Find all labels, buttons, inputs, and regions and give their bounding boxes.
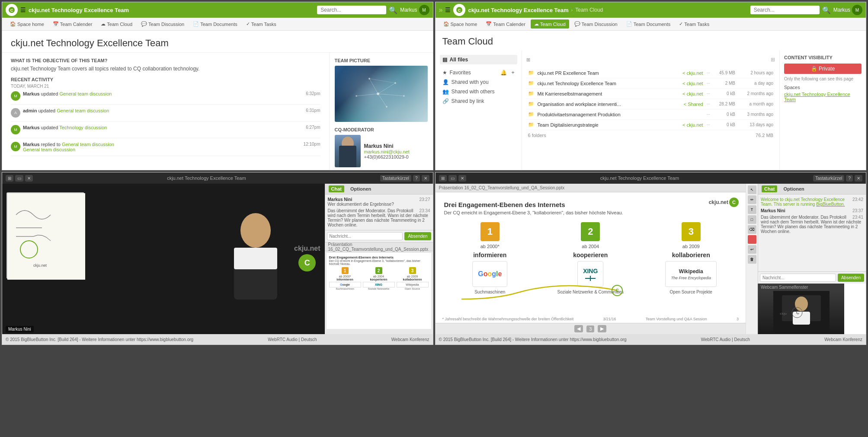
- file-dots-1[interactable]: ···: [707, 70, 710, 75]
- control-btn-3[interactable]: ✕: [25, 175, 33, 182]
- search-icon-q2[interactable]: 🔍: [822, 6, 831, 14]
- chat-tab-q3[interactable]: Chat: [329, 185, 344, 192]
- bbb-link[interactable]: BigBlueButton.: [816, 202, 845, 207]
- tool-shape[interactable]: □: [748, 215, 756, 224]
- chat-messages-q4: 23:42 Welcome to ckju.net Technology Exc…: [758, 195, 866, 271]
- tool-undo[interactable]: ↩: [748, 245, 756, 254]
- options-tab-q3[interactable]: Optionen: [348, 185, 374, 192]
- file-dots-3[interactable]: ···: [707, 91, 710, 96]
- activity-time-3: 6:27pm: [306, 125, 320, 130]
- nav-team-cloud-q1[interactable]: ☁ Team Cloud: [97, 19, 136, 29]
- plus-icon[interactable]: +: [511, 70, 514, 76]
- control-btn-2-q4[interactable]: ▭: [448, 175, 457, 182]
- sidebar-all-files[interactable]: ▤ All files: [440, 55, 517, 64]
- engagement-year-2: ab 2004: [582, 244, 599, 249]
- engagement-year-3: ab 2009: [682, 244, 700, 249]
- pres-next-btn[interactable]: ▶: [598, 325, 606, 332]
- q3-footer-right: WebRTC Audio | Deutsch: [268, 337, 317, 342]
- activity-link-1[interactable]: General team discussion: [59, 91, 112, 96]
- nav-team-cloud-q2[interactable]: ☁ Team Cloud: [531, 19, 569, 29]
- chat-tab-q4[interactable]: Chat: [762, 185, 777, 192]
- sidebar-shared-by-link[interactable]: 🔗 Shared by link: [440, 96, 517, 106]
- activity-link-2[interactable]: General team discussion: [57, 108, 109, 113]
- expand-icon[interactable]: ⊞: [526, 57, 530, 63]
- tool-color[interactable]: [748, 235, 756, 244]
- activity-avatar-1: M: [11, 91, 20, 101]
- options-tab-q4[interactable]: Optionen: [781, 185, 807, 192]
- nav-team-calendar-q1[interactable]: 📅 Team Calender: [49, 19, 96, 29]
- content-visibility-label: CONTENT VISIBILITY: [784, 55, 862, 60]
- nav-team-calendar-q2[interactable]: 📅 Team Calender: [482, 19, 529, 29]
- keyboard-shortcut-btn-q4[interactable]: Tastaturkürzel: [813, 175, 844, 182]
- tool-pointer[interactable]: ↖: [748, 185, 756, 194]
- file-shared-2: < ckju.net: [682, 81, 703, 86]
- chat-input-q3[interactable]: [327, 232, 403, 240]
- activity-item-3: M Markus updated Technology discussion 6…: [11, 125, 320, 138]
- activity-avatar-4: M: [11, 142, 20, 151]
- favorites-icon: ★: [442, 70, 447, 76]
- user-menu-q2[interactable]: Markus M: [833, 5, 862, 15]
- webcam-name-label-q3: Markus Nini: [6, 326, 34, 332]
- nav-team-discussion-q2[interactable]: 💬 Team Discussion: [571, 19, 621, 29]
- sidebar-favorites[interactable]: ★ Favorites 🔔 +: [440, 68, 517, 77]
- file-row-6[interactable]: 📁 Team Digitalisierungstrategie < ckju.n…: [526, 120, 775, 130]
- file-row-1[interactable]: 📁 ckju.net PR Excellence Team < ckju.net…: [526, 68, 775, 78]
- tool-pencil[interactable]: ✏: [748, 195, 756, 204]
- activity-link-4b[interactable]: General team discussion: [23, 147, 75, 152]
- hamburger-icon-q2[interactable]: ☰: [445, 6, 451, 13]
- file-dots-4[interactable]: ···: [707, 102, 710, 106]
- nav-team-documents-q1[interactable]: 📄 Team Documents: [189, 19, 241, 29]
- control-btn-1-q4[interactable]: ⊞: [439, 175, 447, 182]
- sidebar-shared-with-you[interactable]: 👤 Shared with you: [440, 77, 517, 87]
- nav-space-home-q1[interactable]: 🏠 Space home: [6, 19, 48, 29]
- file-row-5[interactable]: 📁 Produktivitaetsmanagement Produktion ·…: [526, 109, 775, 120]
- close-btn-q3[interactable]: ✕: [422, 175, 429, 182]
- help-btn-q4[interactable]: ?: [846, 175, 853, 182]
- activity-link-3[interactable]: Technology discussion: [59, 125, 107, 130]
- nav-team-documents-q2[interactable]: 📄 Team Documents: [623, 19, 674, 29]
- file-dots-5[interactable]: ···: [707, 112, 710, 117]
- control-btn-1[interactable]: ⊞: [6, 175, 13, 182]
- nav-space-home-q2[interactable]: 🏠 Space home: [440, 19, 481, 29]
- user-menu-q1[interactable]: Markus M: [400, 5, 429, 15]
- control-btn-3-q4[interactable]: ✕: [458, 175, 466, 182]
- file-dots-6[interactable]: ···: [707, 122, 710, 127]
- control-btn-2[interactable]: ▭: [15, 175, 23, 182]
- moderator-email[interactable]: markus.nini@ckju.net: [364, 149, 410, 154]
- engagement-num-3: 3: [682, 222, 701, 241]
- private-button[interactable]: 🔒 Private: [784, 64, 862, 74]
- engagement-label-2: kooperieren: [573, 252, 608, 258]
- hamburger-icon-q1[interactable]: ☰: [20, 6, 26, 13]
- grid-view-icon[interactable]: ⊞: [771, 57, 775, 63]
- spaces-link[interactable]: ckju.net Technology Excellence Team: [784, 92, 862, 102]
- tool-eraser[interactable]: ⌫: [748, 225, 756, 234]
- help-btn-q3[interactable]: ?: [413, 175, 420, 182]
- keyboard-shortcut-btn-q3[interactable]: Tastaturkürzel: [380, 175, 411, 182]
- search-input-q1[interactable]: [317, 6, 386, 14]
- file-row-2[interactable]: 📁 ckju.net Technology Excellence Team < …: [526, 78, 775, 89]
- bell-icon[interactable]: 🔔: [500, 70, 507, 76]
- nav-team-discussion-q1[interactable]: 💬 Team Discussion: [138, 19, 188, 29]
- folders-count: 6 folders: [528, 133, 546, 138]
- search-input-q2[interactable]: [750, 6, 820, 14]
- activity-link-4[interactable]: General team discussion: [62, 142, 114, 147]
- chat-msg-text-1: Wer dokumentiert die Ergebnisse?: [328, 202, 430, 207]
- pres-prev-btn[interactable]: ◀: [574, 325, 583, 332]
- activity-time-1: 6:32pm: [306, 91, 320, 96]
- search-icon-q1[interactable]: 🔍: [389, 6, 397, 14]
- chat-send-button-q4[interactable]: Absenden: [838, 274, 864, 282]
- tool-trash[interactable]: 🗑: [748, 255, 756, 264]
- svg-line-11: [356, 94, 378, 96]
- file-dots-2[interactable]: ···: [707, 81, 710, 86]
- chat-input-q4[interactable]: [760, 274, 836, 282]
- nav-team-tasks-q1[interactable]: ✓ Team Tasks: [243, 19, 280, 29]
- file-row-3[interactable]: 📁 Mit Karriereselbstmanagement < ckju.ne…: [526, 89, 775, 99]
- visibility-note: Only the following can see this page: [784, 77, 862, 81]
- file-row-4[interactable]: 📁 Organisation and workplace interventi.…: [526, 99, 775, 109]
- side-toolbar-q4: ↖ ✏ T □ ⌫ ↩ 🗑: [746, 184, 758, 334]
- sidebar-shared-with-others[interactable]: 👥 Shared with others: [440, 87, 517, 96]
- tool-text[interactable]: T: [748, 205, 756, 214]
- close-btn-q4[interactable]: ✕: [855, 175, 862, 182]
- chat-send-button-q3[interactable]: Absenden: [404, 232, 431, 240]
- nav-team-tasks-q2[interactable]: ✓ Team Tasks: [676, 19, 713, 29]
